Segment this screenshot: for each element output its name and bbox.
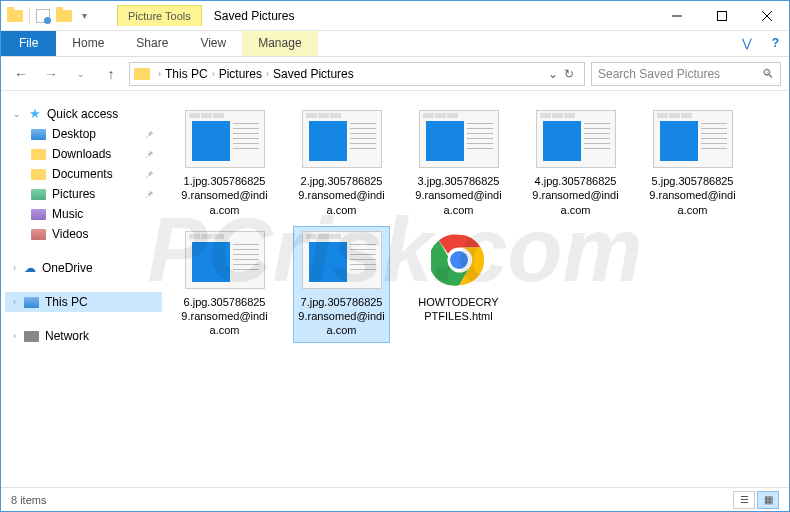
navigation-bar: ← → ⌄ ↑ › This PC › Pictures › Saved Pic… bbox=[1, 57, 789, 91]
sidebar-label: Network bbox=[45, 329, 89, 343]
file-item[interactable]: 5.jpg.3057868259.ransomed@india.com bbox=[644, 105, 741, 222]
picture-tools-tab[interactable]: Picture Tools bbox=[117, 5, 202, 26]
search-input[interactable]: Search Saved Pictures 🔍︎ bbox=[591, 62, 781, 86]
cloud-icon: ☁ bbox=[24, 261, 36, 275]
forward-button[interactable]: → bbox=[39, 62, 63, 86]
window-title: Saved Pictures bbox=[214, 9, 654, 23]
quick-access-toolbar: ▾ bbox=[1, 7, 97, 25]
file-tab[interactable]: File bbox=[1, 31, 56, 56]
chrome-icon bbox=[431, 232, 487, 288]
recent-locations-icon[interactable]: ⌄ bbox=[69, 62, 93, 86]
window-controls bbox=[654, 1, 789, 31]
breadcrumb-item[interactable]: Pictures bbox=[219, 67, 262, 81]
back-button[interactable]: ← bbox=[9, 62, 33, 86]
breadcrumb-item[interactable]: Saved Pictures bbox=[273, 67, 354, 81]
file-name: 5.jpg.3057868259.ransomed@india.com bbox=[649, 174, 736, 217]
sidebar-item-onedrive[interactable]: ›☁OneDrive bbox=[5, 258, 162, 278]
chevron-right-icon[interactable]: › bbox=[156, 69, 163, 79]
app-icon bbox=[7, 10, 23, 22]
file-thumbnail bbox=[302, 110, 382, 168]
file-item[interactable]: HOWTODECRYPTFILES.html bbox=[410, 226, 507, 343]
videos-icon bbox=[31, 229, 46, 240]
chevron-right-icon[interactable]: › bbox=[264, 69, 271, 79]
sidebar-label: Documents bbox=[52, 167, 113, 181]
chevron-right-icon[interactable]: › bbox=[210, 69, 217, 79]
sidebar-item-pictures[interactable]: Pictures📌︎ bbox=[5, 184, 162, 204]
svg-rect-1 bbox=[717, 11, 726, 20]
file-thumbnail bbox=[419, 110, 499, 168]
pin-icon: 📌︎ bbox=[144, 149, 154, 160]
file-name: 3.jpg.3057868259.ransomed@india.com bbox=[415, 174, 502, 217]
file-name: 6.jpg.3057868259.ransomed@india.com bbox=[181, 295, 268, 338]
qat-customize-icon[interactable]: ▾ bbox=[78, 10, 91, 21]
breadcrumb-item[interactable]: This PC bbox=[165, 67, 208, 81]
sidebar-label: Desktop bbox=[52, 127, 96, 141]
file-item[interactable]: 7.jpg.3057868259.ransomed@india.com bbox=[293, 226, 390, 343]
sidebar-item-network[interactable]: ›Network bbox=[5, 326, 162, 346]
close-button[interactable] bbox=[744, 1, 789, 31]
titlebar: ▾ Picture Tools Saved Pictures bbox=[1, 1, 789, 31]
file-thumbnail bbox=[185, 110, 265, 168]
search-icon[interactable]: 🔍︎ bbox=[762, 67, 774, 81]
file-name: HOWTODECRYPTFILES.html bbox=[415, 295, 502, 324]
ribbon-expand-icon[interactable]: ⋁ bbox=[732, 31, 762, 56]
content-pane[interactable]: 1.jpg.3057868259.ransomed@india.com2.jpg… bbox=[166, 91, 789, 483]
folder-icon bbox=[134, 68, 150, 80]
home-tab[interactable]: Home bbox=[56, 31, 120, 56]
ribbon: File Home Share View Manage ⋁ ? bbox=[1, 31, 789, 57]
sidebar-label: Videos bbox=[52, 227, 88, 241]
sidebar-item-desktop[interactable]: Desktop📌︎ bbox=[5, 124, 162, 144]
file-thumbnail bbox=[302, 231, 382, 289]
file-name: 7.jpg.3057868259.ransomed@india.com bbox=[298, 295, 385, 338]
pin-icon: 📌︎ bbox=[144, 189, 154, 200]
sidebar-item-downloads[interactable]: Downloads📌︎ bbox=[5, 144, 162, 164]
pictures-icon bbox=[31, 189, 46, 200]
svg-point-6 bbox=[450, 251, 468, 269]
file-thumbnail bbox=[653, 110, 733, 168]
pc-icon bbox=[24, 297, 39, 308]
sidebar-label: OneDrive bbox=[42, 261, 93, 275]
music-icon bbox=[31, 209, 46, 220]
item-count: 8 items bbox=[11, 494, 46, 506]
sidebar-item-music[interactable]: Music bbox=[5, 204, 162, 224]
sidebar-label: Music bbox=[52, 207, 83, 221]
sidebar-item-documents[interactable]: Documents📌︎ bbox=[5, 164, 162, 184]
manage-tab[interactable]: Manage bbox=[242, 31, 317, 56]
file-item[interactable]: 3.jpg.3057868259.ransomed@india.com bbox=[410, 105, 507, 222]
file-item[interactable]: 2.jpg.3057868259.ransomed@india.com bbox=[293, 105, 390, 222]
file-name: 4.jpg.3057868259.ransomed@india.com bbox=[532, 174, 619, 217]
desktop-icon bbox=[31, 129, 46, 140]
sidebar-item-videos[interactable]: Videos bbox=[5, 224, 162, 244]
details-view-button[interactable]: ☰ bbox=[733, 491, 755, 509]
file-grid: 1.jpg.3057868259.ransomed@india.com2.jpg… bbox=[176, 105, 779, 343]
new-folder-icon[interactable] bbox=[56, 10, 72, 22]
pin-icon: 📌︎ bbox=[144, 169, 154, 180]
quick-access-label: Quick access bbox=[47, 107, 118, 121]
file-item[interactable]: 1.jpg.3057868259.ransomed@india.com bbox=[176, 105, 273, 222]
pin-icon: 📌︎ bbox=[144, 129, 154, 140]
star-icon: ★ bbox=[29, 106, 41, 121]
share-tab[interactable]: Share bbox=[120, 31, 184, 56]
properties-icon[interactable] bbox=[36, 9, 50, 23]
sidebar-label: Pictures bbox=[52, 187, 95, 201]
separator bbox=[29, 7, 30, 25]
breadcrumb[interactable]: › This PC › Pictures › Saved Pictures ⌄↻ bbox=[129, 62, 585, 86]
file-thumbnail bbox=[185, 231, 265, 289]
dropdown-icon[interactable]: ⌄ bbox=[548, 67, 558, 81]
minimize-button[interactable] bbox=[654, 1, 699, 31]
up-button[interactable]: ↑ bbox=[99, 62, 123, 86]
view-tab[interactable]: View bbox=[184, 31, 242, 56]
refresh-icon[interactable]: ↻ bbox=[564, 67, 574, 81]
maximize-button[interactable] bbox=[699, 1, 744, 31]
help-icon[interactable]: ? bbox=[762, 31, 789, 56]
thumbnails-view-button[interactable]: ▦ bbox=[757, 491, 779, 509]
file-item[interactable]: 4.jpg.3057868259.ransomed@india.com bbox=[527, 105, 624, 222]
sidebar-label: This PC bbox=[45, 295, 88, 309]
sidebar-item-this-pc[interactable]: ›This PC bbox=[5, 292, 162, 312]
documents-icon bbox=[31, 169, 46, 180]
quick-access-header[interactable]: ⌄★Quick access bbox=[5, 103, 162, 124]
network-icon bbox=[24, 331, 39, 342]
file-name: 1.jpg.3057868259.ransomed@india.com bbox=[181, 174, 268, 217]
file-item[interactable]: 6.jpg.3057868259.ransomed@india.com bbox=[176, 226, 273, 343]
navigation-pane: ⌄★Quick access Desktop📌︎ Downloads📌︎ Doc… bbox=[1, 91, 166, 483]
